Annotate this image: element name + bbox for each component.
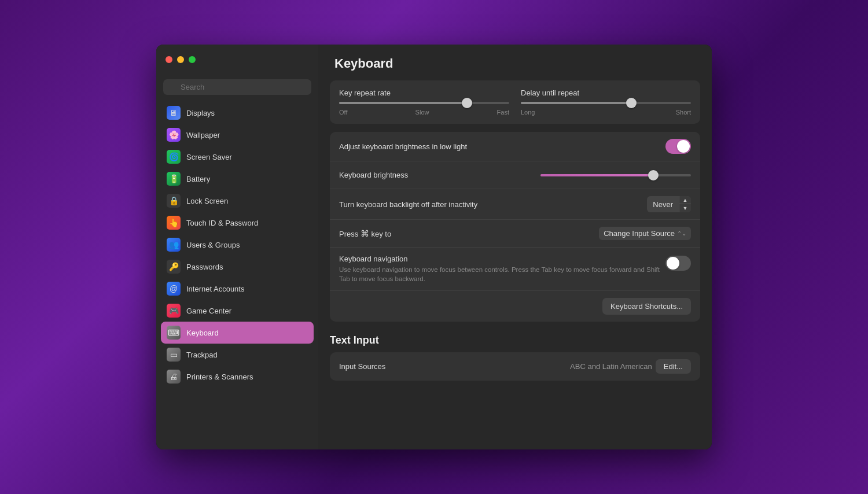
navigation-label: Keyboard navigation <box>339 255 665 263</box>
keyboard-shortcuts-button[interactable]: Keyboard Shortcuts... <box>602 298 691 315</box>
sidebar-item-trackpad[interactable]: ▭ Trackpad <box>161 344 314 366</box>
brightness-slider-track[interactable] <box>540 174 691 176</box>
key-repeat-section: Key repeat rate Off Slow Fast <box>330 80 700 124</box>
delay-repeat-track[interactable] <box>521 102 691 104</box>
sidebar-item-label: Printers & Scanners <box>186 373 253 381</box>
screensaver-icon: 🌀 <box>167 150 181 164</box>
sidebar-item-label: Displays <box>186 109 215 117</box>
sidebar-item-label: Keyboard <box>186 329 219 337</box>
sidebar-item-label: Touch ID & Password <box>186 219 258 227</box>
brightness-section: Adjust keyboard brightness in low light … <box>330 132 700 322</box>
delay-repeat-wrapper: Delay until repeat Long Short <box>521 89 691 116</box>
slider-section: Key repeat rate Off Slow Fast <box>330 80 700 124</box>
navigation-content: Keyboard navigation Use keyboard navigat… <box>339 255 665 283</box>
sidebar-item-label: Users & Groups <box>186 241 240 249</box>
stepper-buttons: ▲ ▼ <box>679 196 691 212</box>
chevron-icon: ⌃⌄ <box>677 230 686 237</box>
displays-icon: 🖥 <box>167 106 181 120</box>
press-key-dropdown[interactable]: Change Input Source ⌃⌄ <box>599 227 691 240</box>
sidebar-item-wallpaper[interactable]: 🌸 Wallpaper <box>161 124 314 146</box>
sidebar-item-label: Game Center <box>186 307 231 315</box>
main-content: Keyboard Key repeat rate <box>318 45 712 449</box>
backlight-row: Turn keyboard backlight off after inacti… <box>330 189 700 220</box>
sidebar-item-label: Internet Accounts <box>186 285 244 293</box>
sidebar-item-internet[interactable]: @ Internet Accounts <box>161 278 314 300</box>
lockscreen-icon: 🔒 <box>167 194 181 208</box>
sidebar-item-passwords[interactable]: 🔑 Passwords <box>161 256 314 278</box>
navigation-description: Use keyboard navigation to move focus be… <box>339 265 665 283</box>
touchid-icon: 👆 <box>167 216 181 230</box>
brightness-slider-label: Keyboard brightness <box>339 171 540 179</box>
input-sources-row: Input Sources ABC and Latin American Edi… <box>330 352 700 381</box>
toggle-knob <box>677 140 690 153</box>
sidebar-item-label: Trackpad <box>186 351 218 359</box>
sidebar-item-touchid[interactable]: 👆 Touch ID & Password <box>161 212 314 234</box>
key-repeat-label: Key repeat rate <box>339 89 509 97</box>
toggle-knob-nav <box>667 257 679 270</box>
sidebar-item-label: Battery <box>186 175 210 183</box>
text-input-section: Input Sources ABC and Latin American Edi… <box>330 352 700 381</box>
key-repeat-track[interactable] <box>339 102 509 104</box>
edit-input-sources-button[interactable]: Edit... <box>656 359 691 374</box>
internet-icon: @ <box>167 282 181 296</box>
sidebar-item-label: Passwords <box>186 263 223 271</box>
printers-icon: 🖨 <box>167 370 181 384</box>
gamecenter-icon: 🎮 <box>167 304 181 318</box>
sidebar-item-printers[interactable]: 🖨 Printers & Scanners <box>161 366 314 388</box>
press-key-row: Press ⌘ key to Change Input Source ⌃⌄ <box>330 220 700 248</box>
main-body: Key repeat rate Off Slow Fast <box>318 80 712 449</box>
search-container: 🔍 <box>156 75 318 102</box>
sidebar-item-lockscreen[interactable]: 🔒 Lock Screen <box>161 190 314 212</box>
sliders-row: Key repeat rate Off Slow Fast <box>339 89 691 116</box>
brightness-toggle-label: Adjust keyboard brightness in low light <box>339 142 665 151</box>
delay-repeat-label: Delay until repeat <box>521 89 691 97</box>
trackpad-icon: ▭ <box>167 348 181 362</box>
sidebar-item-label: Wallpaper <box>186 131 220 139</box>
system-settings-window: 🔍 🖥 Displays 🌸 Wallpaper 🌀 Screen Saver … <box>156 45 712 449</box>
shortcuts-row: Keyboard Shortcuts... <box>330 291 700 322</box>
wallpaper-icon: 🌸 <box>167 128 181 142</box>
main-header: Keyboard <box>318 45 712 80</box>
navigation-row: Keyboard navigation Use keyboard navigat… <box>330 248 700 291</box>
backlight-value: Never <box>647 198 679 211</box>
keyboard-icon: ⌨ <box>167 326 181 340</box>
titlebar <box>156 45 318 75</box>
sidebar-item-keyboard[interactable]: ⌨ Keyboard <box>161 322 314 344</box>
search-wrapper: 🔍 <box>163 79 311 95</box>
sidebar-item-users[interactable]: 👥 Users & Groups <box>161 234 314 256</box>
sidebar-item-screensaver[interactable]: 🌀 Screen Saver <box>161 146 314 168</box>
sidebar-item-displays[interactable]: 🖥 Displays <box>161 102 314 124</box>
sidebar-item-gamecenter[interactable]: 🎮 Game Center <box>161 300 314 322</box>
press-key-value: Change Input Source <box>604 229 675 238</box>
input-sources-value: ABC and Latin American <box>570 362 652 371</box>
search-input[interactable] <box>163 79 311 95</box>
backlight-label: Turn keyboard backlight off after inacti… <box>339 200 647 209</box>
key-repeat-labels: Off Slow Fast <box>339 109 509 116</box>
text-input-title: Text Input <box>330 330 700 352</box>
navigation-toggle[interactable] <box>665 256 691 271</box>
sidebar-item-label: Lock Screen <box>186 197 228 205</box>
key-repeat-wrapper: Key repeat rate Off Slow Fast <box>339 89 509 116</box>
close-button[interactable] <box>165 56 172 63</box>
sidebar-item-battery[interactable]: 🔋 Battery <box>161 168 314 190</box>
sidebar-list: 🖥 Displays 🌸 Wallpaper 🌀 Screen Saver 🔋 … <box>156 102 318 449</box>
page-title: Keyboard <box>334 56 696 71</box>
brightness-toggle[interactable] <box>665 139 691 154</box>
stepper-up[interactable]: ▲ <box>679 196 691 204</box>
brightness-toggle-row: Adjust keyboard brightness in low light <box>330 132 700 161</box>
users-icon: 👥 <box>167 238 181 252</box>
sidebar: 🔍 🖥 Displays 🌸 Wallpaper 🌀 Screen Saver … <box>156 45 318 449</box>
maximize-button[interactable] <box>189 56 196 63</box>
minimize-button[interactable] <box>177 56 184 63</box>
press-key-label: Press ⌘ key to <box>339 228 599 239</box>
text-input-header: Text Input <box>330 330 700 352</box>
input-sources-label: Input Sources <box>339 362 570 371</box>
stepper-down[interactable]: ▼ <box>679 204 691 212</box>
delay-repeat-labels: Long Short <box>521 109 691 116</box>
battery-icon: 🔋 <box>167 172 181 186</box>
backlight-stepper[interactable]: Never ▲ ▼ <box>647 196 691 212</box>
sidebar-item-label: Screen Saver <box>186 153 232 161</box>
passwords-icon: 🔑 <box>167 260 181 274</box>
brightness-slider-row: Keyboard brightness <box>330 161 700 189</box>
